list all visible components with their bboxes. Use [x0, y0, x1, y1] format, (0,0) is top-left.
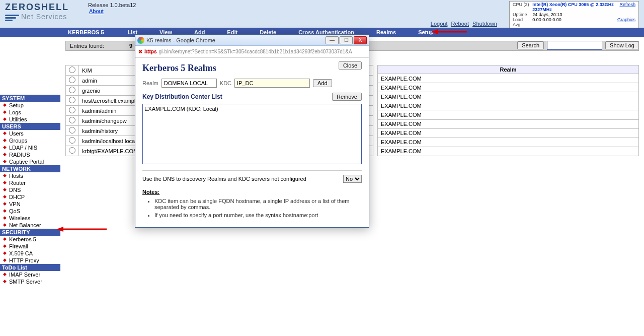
popup-url-bar: ✖ https gi-bin/kerbynet?Section=K5&STk=3… [135, 46, 369, 58]
release-info: Release 1.0.beta12 About [88, 2, 136, 14]
row-radio[interactable] [69, 87, 75, 93]
realm-cell: EXAMPLE.COM [378, 83, 639, 92]
sidebar-item[interactable]: Firewall [0, 243, 60, 250]
logo: ZEROSHELL Net Services [5, 2, 69, 22]
annotation-arrow-top [432, 29, 472, 35]
table-row: EXAMPLE.COM [378, 92, 639, 101]
sidebar-head: SYSTEM [0, 95, 60, 102]
entries-count: 9 [129, 43, 132, 49]
notes-heading: Notes: [142, 189, 362, 195]
sidebar-item[interactable]: Logs [0, 109, 60, 116]
refresh-link[interactable]: Refresh [619, 2, 635, 7]
kdc-list-item[interactable]: EXAMPLE.COM (KDC: Local) [144, 106, 360, 112]
realm-cell: EXAMPLE.COM [378, 74, 639, 83]
realms-popup: K5 realms - Google Chrome — ☐ X ✖ https … [135, 34, 369, 228]
close-button[interactable]: Close [339, 61, 362, 70]
sidebar-item[interactable]: LDAP / NIS [0, 144, 60, 151]
search-button[interactable]: Search [517, 41, 544, 49]
row-radio[interactable] [69, 147, 75, 154]
row-radio[interactable] [69, 77, 75, 83]
row-radio[interactable] [69, 97, 75, 103]
logo-subtitle: Net Services [21, 13, 67, 21]
window-close-button[interactable]: X [354, 36, 367, 44]
sidebar-item[interactable]: VPN [0, 200, 60, 208]
sidebar-item[interactable]: Hosts [0, 172, 60, 179]
sidebar-head: USERS [0, 123, 60, 130]
svg-marker-1 [432, 29, 438, 34]
system-info-box: CPU (2) Intel(R) Xeon(R) CPU 3065 @ 2.33… [509, 1, 639, 28]
row-radio[interactable] [69, 117, 75, 123]
popup-titlebar[interactable]: K5 realms - Google Chrome — ☐ X [135, 35, 369, 46]
realm-cell: EXAMPLE.COM [378, 119, 639, 128]
sidebar-item[interactable]: Groups [0, 137, 60, 144]
graphics-link[interactable]: Graphics [617, 17, 635, 22]
note-item: If you need to specify a port number, us… [154, 212, 362, 218]
row-radio[interactable] [69, 107, 75, 113]
sidebar-item[interactable]: Setup [0, 102, 60, 109]
sidebar-item[interactable]: HTTP Proxy [0, 257, 60, 264]
top-links: Logout Reboot Shutdown [430, 21, 498, 27]
reboot-link[interactable]: Reboot [451, 21, 469, 27]
sidebar-item[interactable]: Router [0, 179, 60, 186]
table-row: EXAMPLE.COM [378, 110, 639, 119]
shutdown-link[interactable]: Shutdown [472, 21, 497, 27]
table-row: EXAMPLE.COM [378, 128, 639, 138]
table-row: EXAMPLE.COM [378, 147, 639, 156]
showlog-button[interactable]: Show Log [605, 41, 639, 49]
sidebar-item[interactable]: Users [0, 130, 60, 137]
table-row: EXAMPLE.COM [378, 74, 639, 83]
sidebar-head: ToDo List [0, 264, 60, 271]
remove-button[interactable]: Remove [332, 93, 362, 101]
realm-cell: EXAMPLE.COM [378, 147, 639, 156]
menu-title: KERBEROS 5 [65, 29, 117, 35]
sidebar-item[interactable]: IMAP Server [0, 271, 60, 278]
add-button[interactable]: Add [313, 79, 332, 87]
window-maximize-button[interactable]: ☐ [340, 36, 353, 44]
logout-link[interactable]: Logout [431, 21, 448, 27]
realm-cell: EXAMPLE.COM [378, 138, 639, 147]
sidebar-item[interactable]: SMTP Server [0, 278, 60, 285]
dns-select[interactable]: No [343, 175, 362, 183]
sidebar-item[interactable]: Captive Portal [0, 158, 60, 165]
dns-text: Use the DNS to discovery Realms and KDC … [142, 176, 306, 182]
sidebar-item[interactable]: Wireless [0, 215, 60, 222]
about-link[interactable]: About [89, 8, 104, 14]
header: ZEROSHELL Net Services Release 1.0.beta1… [0, 0, 644, 28]
sidebar-item[interactable]: Net Balancer [0, 222, 60, 229]
kdc-list[interactable]: EXAMPLE.COM (KDC: Local) [142, 104, 362, 164]
sidebar-head: SECURITY [0, 229, 60, 236]
popup-heading: Kerberos 5 Realms [142, 63, 362, 74]
window-minimize-button[interactable]: — [326, 36, 339, 44]
realm-input[interactable] [162, 79, 217, 88]
table-row: EXAMPLE.COM [378, 83, 639, 92]
search-input[interactable] [547, 41, 602, 50]
sidebar: SYSTEMSetupLogsUtilitiesUSERSUsersGroups… [0, 37, 60, 285]
sidebar-item[interactable]: X.509 CA [0, 250, 60, 257]
row-radio[interactable] [69, 137, 75, 144]
kdc-label: KDC [220, 80, 231, 86]
table-row: EXAMPLE.COM [378, 101, 639, 110]
note-item: KDC item can be a single FQDN hostname, … [154, 198, 362, 210]
svg-marker-3 [56, 227, 63, 232]
sidebar-item[interactable]: DNS [0, 186, 60, 193]
realm-cell: EXAMPLE.COM [378, 101, 639, 110]
realm-label: Realm [142, 80, 158, 86]
table-row: EXAMPLE.COM [378, 119, 639, 128]
realm-cell: EXAMPLE.COM [378, 92, 639, 101]
chrome-icon [137, 37, 144, 44]
row-radio[interactable] [69, 66, 75, 73]
sidebar-item[interactable]: QoS [0, 208, 60, 215]
sidebar-item[interactable]: Utilities [0, 116, 60, 123]
ssl-warning-icon: ✖ [138, 49, 142, 54]
sidebar-item[interactable]: DHCP [0, 193, 60, 200]
realm-cell: EXAMPLE.COM [378, 110, 639, 119]
sidebar-item[interactable]: Kerberos 5 [0, 236, 60, 243]
kdc-input[interactable] [234, 79, 310, 88]
sidebar-item[interactable]: RADIUS [0, 151, 60, 158]
notes-list: KDC item can be a single FQDN hostname, … [154, 198, 362, 218]
realm-cell: EXAMPLE.COM [378, 128, 639, 138]
entries-label: Entries found: [70, 43, 104, 49]
row-radio[interactable] [69, 127, 75, 133]
menu-realms[interactable]: Realms [365, 29, 407, 35]
realms-table: Realm EXAMPLE.COMEXAMPLE.COMEXAMPLE.COME… [377, 65, 639, 156]
